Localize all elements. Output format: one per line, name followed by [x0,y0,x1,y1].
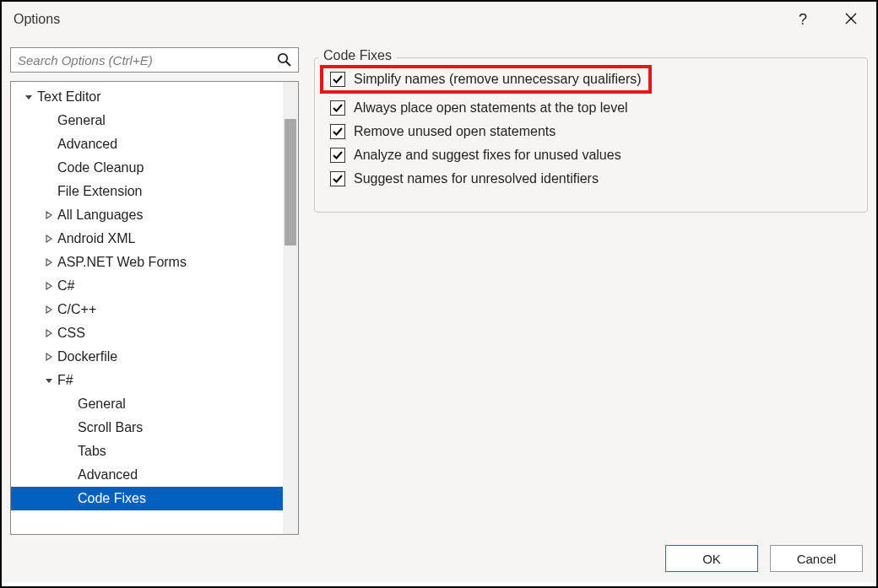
help-button[interactable]: ? [792,8,814,32]
tree-item-label: ASP.NET Web Forms [57,255,298,270]
tree-item-label: Advanced [57,137,298,152]
checkbox-label: Simplify names (remove unnecessary quali… [354,72,642,87]
check-row: Always place open statements at the top … [330,100,852,116]
left-column: Text EditorGeneralAdvancedCode CleanupFi… [10,47,299,535]
tree-item-label: C/C++ [57,302,298,317]
chevron-right-icon[interactable] [43,353,55,361]
check-row: Analyze and suggest fixes for unused val… [330,148,852,163]
tree-item-label: All Languages [57,208,298,223]
tree-item-label: Tabs [78,444,298,459]
options-tree[interactable]: Text EditorGeneralAdvancedCode CleanupFi… [11,82,298,534]
tree-item-label: Scroll Bars [78,420,298,435]
tree-item[interactable]: F# [11,369,298,392]
search-input[interactable] [10,47,299,73]
fieldset-legend: Code Fixes [318,48,397,63]
chevron-right-icon[interactable] [43,211,55,219]
chevron-right-icon[interactable] [43,258,55,267]
tree-item[interactable]: Code Cleanup [11,156,298,180]
tree-item-label: Android XML [57,231,298,246]
checkbox[interactable] [330,124,345,139]
tree-item-label: General [57,113,298,128]
check-row: Remove unused open statements [330,124,852,139]
code-fixes-fieldset: Code Fixes Simplify names (remove unnece… [314,57,868,213]
search-wrap [10,47,299,73]
tree-item[interactable]: Android XML [11,227,298,251]
tree-item[interactable]: Scroll Bars [11,416,298,440]
tree-item[interactable]: Dockerfile [11,345,298,369]
tree-item-label: F# [57,373,298,388]
cancel-button[interactable]: Cancel [770,545,863,572]
right-column: Code Fixes Simplify names (remove unnece… [314,47,868,535]
check-row: Simplify names (remove unnecessary quali… [320,65,652,94]
tree-item[interactable]: Advanced [11,132,298,156]
chevron-right-icon[interactable] [43,282,55,290]
chevron-right-icon[interactable] [43,235,55,243]
close-icon [844,12,858,25]
tree-item-label: File Extension [57,184,298,199]
window-title: Options [14,12,60,27]
checkbox[interactable] [330,100,345,116]
tree-item-label: Advanced [78,467,298,483]
scrollbar[interactable] [283,82,298,534]
tree-container: Text EditorGeneralAdvancedCode CleanupFi… [10,81,299,535]
checkbox-label: Remove unused open statements [354,124,556,139]
scrollbar-thumb[interactable] [285,119,296,245]
tree-item-label: General [78,396,298,412]
checkbox[interactable] [330,148,345,163]
check-row: Suggest names for unresolved identifiers [330,171,852,186]
checks-list: Simplify names (remove unnecessary quali… [330,65,852,186]
tree-item[interactable]: General [11,109,298,132]
tree-item[interactable]: General [11,392,298,416]
tree-item[interactable]: C# [11,274,298,298]
checkbox[interactable] [330,72,345,87]
tree-item-label: Text Editor [37,89,298,105]
tree-item[interactable]: ASP.NET Web Forms [11,251,298,274]
tree-item[interactable]: CSS [11,321,298,345]
checkbox-label: Analyze and suggest fixes for unused val… [354,148,621,163]
tree-item-label: CSS [57,326,298,341]
tree-item[interactable]: Tabs [11,440,298,463]
chevron-right-icon[interactable] [43,329,55,337]
chevron-right-icon[interactable] [43,305,55,314]
tree-item[interactable]: Code Fixes [11,487,298,510]
tree-item[interactable]: Text Editor [11,85,298,109]
chevron-down-icon[interactable] [43,376,55,385]
ok-button[interactable]: OK [665,545,758,572]
tree-item-label: Dockerfile [57,349,298,364]
tree-item[interactable]: All Languages [11,203,298,227]
checkbox-label: Suggest names for unresolved identifiers [354,171,599,186]
close-button[interactable] [837,7,864,33]
checkbox-label: Always place open statements at the top … [354,100,628,116]
tree-item-label: C# [57,278,298,294]
tree-item-label: Code Cleanup [57,160,298,175]
title-bar: Options ? [2,2,876,37]
tree-item[interactable]: Advanced [11,463,298,487]
tree-item[interactable]: File Extension [11,180,298,203]
dialog-body: Text EditorGeneralAdvancedCode CleanupFi… [2,37,876,535]
tree-item[interactable]: C/C++ [11,298,298,321]
checkbox[interactable] [330,171,345,186]
chevron-down-icon[interactable] [23,93,35,101]
tree-item-label: Code Fixes [78,491,298,506]
title-buttons: ? [792,7,864,33]
dialog-footer: OK Cancel [2,535,876,582]
